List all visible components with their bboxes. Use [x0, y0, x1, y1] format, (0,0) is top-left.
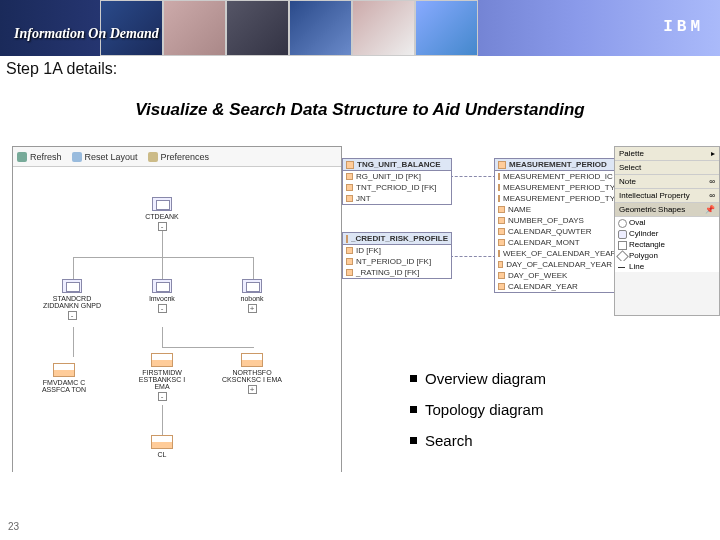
tree-node[interactable]: lmvocnk- [131, 279, 193, 315]
palette-item-rectangle[interactable]: Rectangle [615, 239, 719, 250]
tree-node[interactable]: STANDCRD ZIDDANKN GNPD- [41, 279, 103, 322]
entity-column: DAY_OF_CALENDAR_YEAR [506, 259, 612, 270]
topology-canvas[interactable]: CTDEANK- STANDCRD ZIDDANKN GNPD- lmvocnk… [13, 167, 341, 473]
table-icon [151, 435, 173, 449]
entity-column: WEEK_OF_CALENDAR_YEAR [503, 248, 616, 259]
preferences-button[interactable]: Preferences [148, 152, 210, 162]
palette-item-polygon[interactable]: Polygon [615, 250, 719, 261]
collapse-icon[interactable]: - [158, 222, 167, 231]
column-icon [346, 269, 353, 276]
database-icon [242, 279, 262, 293]
palette-panel: Palette▸ Select Note∞ Intellectual Prope… [614, 146, 720, 316]
palette-section[interactable]: Note∞ [615, 175, 719, 189]
entity-header: _CREDIT_RISK_PROFILE [351, 234, 448, 243]
thumb-4 [289, 0, 352, 56]
tree-edge [162, 405, 163, 435]
palette-section[interactable]: Select [615, 161, 719, 175]
thumb-5 [352, 0, 415, 56]
bullet-item: Overview diagram [410, 370, 546, 387]
entity-header: MEASUREMENT_PERIOD [509, 160, 607, 169]
reset-layout-button[interactable]: Reset Layout [72, 152, 138, 162]
palette-section-active[interactable]: Geometric Shapes📌 [615, 203, 719, 217]
entity-column: RG_UNIT_ID [PK] [356, 171, 421, 182]
tree-node[interactable]: CL [131, 435, 193, 458]
collapse-icon[interactable]: - [158, 304, 167, 313]
column-icon [346, 247, 353, 254]
entity-column: NT_PERIOD_ID [FK] [356, 256, 431, 267]
tree-edge [162, 327, 163, 347]
node-label: STANDCRD ZIDDANKN GNPD [41, 295, 103, 309]
schema-icon [151, 353, 173, 367]
table-icon [53, 363, 75, 377]
column-icon [498, 228, 505, 235]
column-icon [498, 195, 500, 202]
palette-section-label: Select [619, 163, 641, 172]
palette-section-label: Geometric Shapes [619, 205, 685, 214]
expand-icon[interactable]: + [248, 304, 257, 313]
entity-column: ID [FK] [356, 245, 381, 256]
tree-node[interactable]: FIRSTMIDW ESTBANKSC I EMA- [131, 353, 193, 403]
tree-node[interactable]: NORTHSFO CKSCNKSC I EMA+ [221, 353, 283, 396]
palette-item-line[interactable]: Line [615, 261, 719, 272]
reset-label: Reset Layout [85, 152, 138, 162]
tree-edge [73, 257, 253, 258]
tree-edge [162, 347, 254, 348]
entity-column: JNT [356, 193, 371, 204]
node-label: NORTHSFO CKSCNKSC I EMA [221, 369, 283, 383]
entity-column: MEASUREMENT_PERIOD_TYPE [503, 182, 626, 193]
tree-node[interactable]: nobonk+ [221, 279, 283, 315]
table-icon [498, 161, 506, 169]
column-icon [346, 173, 353, 180]
entity-table[interactable]: MEASUREMENT_PERIOD MEASUREMENT_PERIOD_IC… [494, 158, 616, 293]
column-icon [346, 184, 353, 191]
database-icon [152, 279, 172, 293]
bullet-text: Overview diagram [425, 370, 546, 387]
palette-section-label: Intellectual Property [619, 191, 690, 200]
column-icon [346, 258, 353, 265]
collapse-icon[interactable]: - [68, 311, 77, 320]
entity-header: TNG_UNIT_BALANCE [357, 160, 441, 169]
column-icon [498, 239, 505, 246]
palette-item-cylinder[interactable]: Cylinder [615, 228, 719, 239]
entity-table[interactable]: _CREDIT_RISK_PROFILE ID [FK] NT_PERIOD_I… [342, 232, 452, 279]
bullet-list: Overview diagram Topology diagram Search [410, 370, 546, 463]
entity-column: NUMBER_OF_DAYS [508, 215, 584, 226]
bullet-item: Topology diagram [410, 401, 546, 418]
refresh-icon [17, 152, 27, 162]
tree-edge [162, 257, 163, 279]
entity-column: CALENDAR_QUWTER [508, 226, 592, 237]
slide-banner: Information On Demand IBM [0, 0, 720, 56]
table-icon [346, 161, 354, 169]
refresh-button[interactable]: Refresh [17, 152, 62, 162]
tree-edge [73, 257, 74, 279]
entity-column: CALENDAR_MONT [508, 237, 580, 248]
column-icon [498, 283, 505, 290]
collapse-icon[interactable]: - [158, 392, 167, 401]
thumb-2 [163, 0, 226, 56]
palette-item-oval[interactable]: Oval [615, 217, 719, 228]
node-label: CL [131, 451, 193, 458]
palette-section[interactable]: Intellectual Property∞ [615, 189, 719, 203]
column-icon [498, 250, 500, 257]
tree-node-root[interactable]: CTDEANK- [131, 197, 193, 233]
expand-icon[interactable]: + [248, 385, 257, 394]
entity-column: NAME [508, 204, 531, 215]
palette-header[interactable]: Palette▸ [615, 147, 719, 161]
entity-column: MEASUREMENT_PERIOD_IC [503, 171, 613, 182]
pin-icon: 📌 [705, 205, 715, 214]
reset-icon [72, 152, 82, 162]
column-icon [498, 217, 505, 224]
column-icon [498, 184, 500, 191]
entity-table[interactable]: TNG_UNIT_BALANCE RG_UNIT_ID [PK] TNT_PCR… [342, 158, 452, 205]
topology-panel: Refresh Reset Layout Preferences CTDEANK… [12, 146, 342, 472]
ibm-logo: IBM [663, 18, 704, 36]
tree-node[interactable]: FMVDAMC C ASSFCA TON [33, 363, 95, 393]
entity-column: CALENDAR_YEAR [508, 281, 578, 292]
chevron-right-icon[interactable]: ▸ [711, 149, 715, 158]
table-icon [346, 235, 348, 243]
chevron-down-icon: ∞ [709, 191, 715, 200]
tree-edge [162, 229, 163, 257]
column-icon [498, 272, 505, 279]
slide-subtitle: Visualize & Search Data Structure to Aid… [0, 100, 720, 120]
step-label: Step 1A details: [6, 60, 117, 78]
